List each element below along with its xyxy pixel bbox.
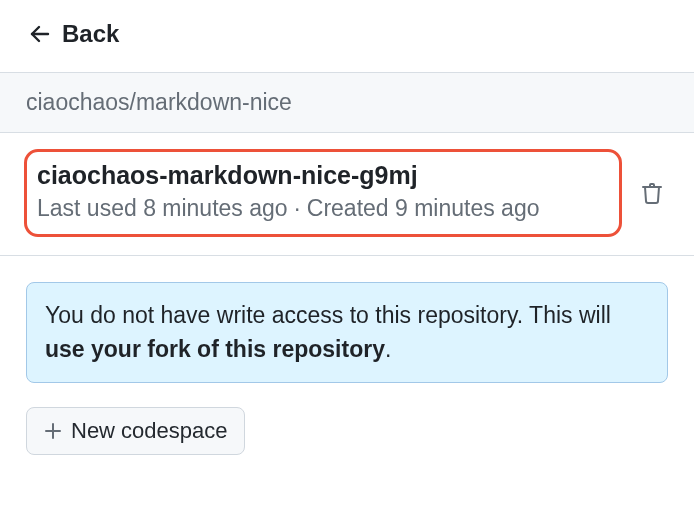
plus-icon bbox=[43, 421, 63, 441]
arrow-left-icon bbox=[28, 22, 52, 46]
header: Back bbox=[0, 0, 694, 72]
codespace-last-used: Last used 8 minutes ago bbox=[37, 195, 288, 221]
back-label: Back bbox=[62, 20, 119, 48]
codespace-name: ciaochaos-markdown-nice-g9mj bbox=[37, 160, 607, 191]
new-codespace-label: New codespace bbox=[71, 418, 228, 444]
new-codespace-button[interactable]: New codespace bbox=[26, 407, 245, 455]
fork-notice: You do not have write access to this rep… bbox=[26, 282, 668, 383]
codespace-list-item: ciaochaos-markdown-nice-g9mj Last used 8… bbox=[0, 133, 694, 256]
fork-notice-text-2: . bbox=[385, 336, 391, 362]
meta-separator: · bbox=[288, 195, 307, 221]
codespace-meta: Last used 8 minutes ago · Created 9 minu… bbox=[37, 193, 607, 224]
repository-path-bar: ciaochaos/markdown-nice bbox=[0, 72, 694, 133]
fork-notice-bold: use your fork of this repository bbox=[45, 336, 385, 362]
codespace-card[interactable]: ciaochaos-markdown-nice-g9mj Last used 8… bbox=[24, 149, 622, 237]
trash-icon bbox=[640, 181, 664, 205]
delete-codespace-button[interactable] bbox=[634, 175, 670, 211]
fork-notice-text-1: You do not have write access to this rep… bbox=[45, 302, 611, 328]
repository-path[interactable]: ciaochaos/markdown-nice bbox=[26, 89, 292, 115]
new-codespace-row: New codespace bbox=[0, 383, 694, 455]
codespace-created: Created 9 minutes ago bbox=[307, 195, 540, 221]
info-section: You do not have write access to this rep… bbox=[0, 256, 694, 383]
back-button[interactable]: Back bbox=[26, 14, 121, 54]
